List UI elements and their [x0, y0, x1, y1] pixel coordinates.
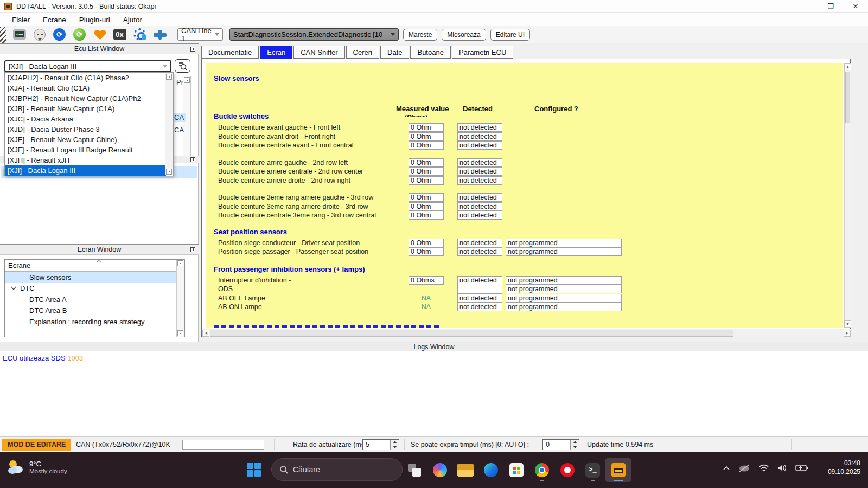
tab-documentatie[interactable]: Documentatie	[201, 46, 259, 59]
spin-down-button[interactable]	[391, 445, 399, 450]
tray-expand-icon[interactable]	[723, 465, 730, 471]
sensor-row: Boucle ceinture centrale 3eme rang - 3rd…	[206, 211, 843, 220]
ecu-dropdown-item[interactable]: [XJD] - Dacia Duster Phase 3	[5, 124, 166, 134]
valve-icon[interactable]	[152, 27, 168, 42]
ecu-list-panel-header[interactable]: Ecu List Window	[0, 43, 199, 54]
spin-up-button[interactable]	[391, 440, 399, 445]
sensor-label: Boucle ceinture centrale 3eme rang - 3rd…	[218, 211, 376, 219]
can-line-select[interactable]: CAN Line 1	[177, 28, 223, 41]
taskbar-icon-file-explorer[interactable]	[452, 458, 478, 482]
menu-fisier[interactable]: Fisier	[5, 16, 36, 24]
maximize-button[interactable]: ❒	[818, 0, 843, 12]
tree-item-dtc[interactable]: DTC	[5, 283, 184, 294]
vertical-scrollbar-thumb[interactable]	[845, 72, 850, 123]
health-pulse-icon[interactable]	[92, 27, 107, 42]
tab-cereri[interactable]: Cereri	[346, 46, 379, 59]
taskbar-icon-task-view[interactable]	[401, 458, 427, 482]
ecu-dropdown-item[interactable]: [XJB] - Renault New Captur (C1A)	[5, 104, 166, 114]
group-title: Seat position sensors	[206, 226, 843, 239]
wifi-icon[interactable]	[758, 464, 769, 472]
chevron-down-icon[interactable]	[10, 284, 18, 292]
gears-hand-icon[interactable]	[132, 27, 148, 42]
close-button[interactable]: ✕	[843, 0, 868, 12]
taskbar-clock[interactable]: 03:48 09.10.2025	[828, 459, 860, 476]
ecu-dropdown-item[interactable]: [XJC] - Dacia Arkana	[5, 114, 166, 124]
sensor-label: ODS	[218, 285, 233, 293]
tree-item-explanation-recording-area-strategy[interactable]: Explanation : recording area strategy	[5, 316, 184, 328]
scroll-up-button[interactable]	[166, 74, 172, 80]
horizontal-scrollbar-thumb[interactable]	[210, 330, 733, 337]
refresh-rate-spinner[interactable]: 5	[362, 439, 399, 450]
tree-item-slow-sensors[interactable]: Slow sensors	[5, 272, 184, 283]
toolbar: ⟳ ⟳ 0x CAN Line 1 StartDiagnosticSession…	[0, 26, 868, 43]
dock-pin-icon[interactable]	[190, 157, 195, 162]
tab-parametri-ecu[interactable]: Parametri ECU	[452, 46, 513, 59]
logs-panel-header[interactable]: Logs Window	[0, 342, 868, 351]
spin-up-button[interactable]	[571, 440, 579, 445]
taskbar-icon-ddt4all[interactable]	[605, 458, 631, 482]
taskbar-icon-store[interactable]	[503, 458, 529, 482]
background-list-item[interactable]: CA	[173, 113, 186, 122]
tab-can-sniffer[interactable]: CAN Sniffer	[293, 46, 344, 59]
taskbar-icon-chrome[interactable]	[529, 458, 554, 482]
volume-icon[interactable]	[777, 464, 788, 472]
horizontal-scrollbar[interactable]: ◄ ►	[202, 329, 851, 337]
tree-item-dtc-area-b[interactable]: DTC Area B	[5, 305, 184, 317]
ecu-dropdown-item[interactable]: [XJAPH2] - Renault Clio (C1A) Phase2	[5, 73, 166, 83]
zoom-in-button[interactable]: Mareste	[403, 29, 437, 41]
ecu-dropdown-item[interactable]: [XJF] - Renault Logan III Badge Renault	[5, 145, 166, 155]
timeout-spinner[interactable]: 0	[542, 439, 579, 450]
onedrive-off-icon[interactable]	[738, 464, 751, 472]
edit-ui-button[interactable]: Editare UI	[490, 29, 530, 41]
sync-blue-icon[interactable]: ⟳	[52, 27, 67, 42]
weather-widget[interactable]: 9°C Mostly cloudy	[7, 458, 67, 476]
ecu-dropdown-item[interactable]: [XJBPH2] - Renault New Captur (C1A)Ph2	[5, 93, 166, 104]
toolbar-grip[interactable]	[0, 27, 6, 43]
taskbar-icon-terminal[interactable]: >_	[580, 458, 605, 482]
background-list-item[interactable]: CA	[173, 125, 186, 134]
detected-value-box: not detected	[457, 239, 502, 247]
file-explorer-icon	[457, 464, 474, 477]
screen-monitor-icon[interactable]	[11, 27, 27, 42]
tab-butoane[interactable]: Butoane	[410, 46, 450, 59]
hex-0x-icon[interactable]: 0x	[112, 27, 127, 42]
taskbar-icon-edge[interactable]	[478, 458, 503, 482]
taskbar-icon-opera[interactable]	[554, 458, 580, 482]
tab-date[interactable]: Date	[380, 46, 409, 59]
ecu-search-button[interactable]	[175, 59, 190, 73]
menu-bar: FisierEcranePlugin-uriAjutor	[0, 13, 868, 26]
scroll-down-button[interactable]	[166, 169, 172, 175]
start-button[interactable]	[247, 463, 261, 477]
taskbar-icon-copilot[interactable]	[427, 458, 452, 482]
ecu-dropdown-item[interactable]: [XJA] - Renault Clio (C1A)	[5, 83, 166, 93]
battery-charging-icon[interactable]	[795, 464, 808, 472]
vertical-scrollbar[interactable]: ▲ ▼	[844, 63, 851, 328]
status-filter-input[interactable]	[182, 440, 264, 450]
dock-pin-icon[interactable]	[190, 247, 195, 252]
menu-plugin-uri[interactable]: Plugin-uri	[73, 16, 117, 24]
menu-ecrane[interactable]: Ecrane	[36, 16, 73, 24]
menu-ajutor[interactable]: Ajutor	[117, 16, 149, 24]
tab-ecran[interactable]: Ecran	[260, 46, 292, 59]
ecu-select-combo[interactable]: [XJI] - Dacia Logan III	[4, 60, 171, 72]
minimize-button[interactable]: –	[793, 0, 818, 12]
tree-item-dtc-area-a[interactable]: DTC Area A	[5, 294, 184, 305]
chrome-icon	[535, 463, 549, 477]
dropdown-scrollbar[interactable]	[165, 73, 173, 175]
detected-value-box: not detected	[457, 294, 502, 303]
tree-header[interactable]: Ecrane	[5, 260, 184, 272]
ecu-dropdown-item[interactable]: [XJE] - Renault New Captur Chine)	[5, 134, 166, 145]
taskbar-search[interactable]: Căutare	[271, 458, 403, 481]
zoom-out-button[interactable]: Micsoreaza	[442, 29, 486, 41]
spin-down-button[interactable]	[571, 445, 579, 450]
refresh-green-icon[interactable]: ⟳	[72, 27, 87, 42]
tree-scrollbar[interactable]	[176, 260, 184, 337]
edge-icon	[484, 463, 498, 477]
dock-pin-icon[interactable]	[190, 47, 195, 52]
request-select[interactable]: StartDiagnosticSession.ExtendedDiagnosti…	[229, 28, 399, 41]
ecu-dropdown-item[interactable]: [XJI] - Dacia Logan III	[5, 165, 166, 176]
tree-header-label: Ecrane	[8, 261, 30, 269]
einstein-icon[interactable]	[31, 27, 47, 42]
ecu-dropdown-item[interactable]: [XJH] - Renault xJH	[5, 155, 166, 165]
ecran-panel-header[interactable]: Ecran Window	[0, 244, 199, 255]
